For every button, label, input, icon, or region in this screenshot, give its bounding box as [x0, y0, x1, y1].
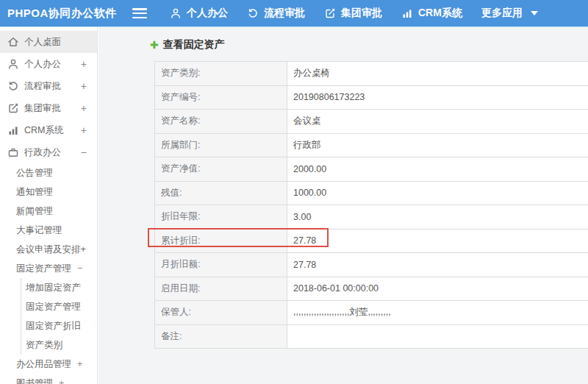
expand-icon[interactable]: +	[81, 97, 87, 119]
main-content: ✚ 查看固定资产 资产类别: 办公桌椅 资产编号: 20190806173223…	[98, 27, 588, 384]
nav-item-集团审批[interactable]: 集团审批	[324, 7, 382, 20]
field-label: 折旧年限:	[155, 205, 287, 229]
sidebar-item-会议申请及安排+[interactable]: 会议申请及安排+	[0, 240, 97, 259]
collapse-icon[interactable]: −	[81, 141, 87, 163]
sidebar-item-label: 资产类别	[26, 339, 62, 352]
sidebar-item-label: 增加固定资产	[26, 282, 81, 294]
sidebar-item-label: 会议申请及安排+	[16, 243, 86, 256]
asset-detail-table: 资产类别: 办公桌椅 资产编号: 20190806173223 资产名称: 会议…	[154, 61, 588, 349]
table-row: 资产名称: 会议桌	[155, 110, 588, 134]
user-icon	[170, 7, 182, 19]
field-label: 残值:	[155, 182, 287, 205]
page-title-text: 查看固定资产	[163, 38, 225, 51]
field-value: 3.00	[287, 205, 588, 229]
sidebar-item-固定资产折旧[interactable]: 固定资产折旧	[21, 316, 97, 335]
table-row: 资产净值: 2000.00	[155, 157, 588, 182]
home-icon	[7, 36, 19, 48]
field-value: 行政部	[287, 134, 588, 157]
sidebar-item-label: 图书管理	[16, 377, 53, 384]
field-label: 保管人:	[155, 301, 287, 324]
sidebar-item-新闻管理[interactable]: 新闻管理	[0, 202, 97, 221]
user-icon	[7, 58, 19, 70]
app-window: PHPOA协同办公软件 个人办公 流程审批 集团审批 CRM系统 更多应用 个人…	[0, 0, 588, 384]
field-value: 2000.00	[287, 157, 588, 181]
sidebar-item-label: 集团审批	[24, 102, 61, 115]
sidebar-item-个人桌面[interactable]: 个人桌面	[0, 31, 97, 53]
app-logo[interactable]: PHPOA协同办公软件	[0, 7, 131, 21]
field-label: 累计折旧:	[155, 230, 287, 253]
sidebar-item-固定资产管理[interactable]: 固定资产管理 −	[0, 259, 97, 278]
field-value: 1000.00	[287, 182, 588, 205]
sidebar-item-label: 个人桌面	[24, 36, 61, 49]
table-row: 资产类别: 办公桌椅	[155, 62, 588, 86]
sidebar-item-label: CRM系统	[24, 124, 63, 137]
nav-item-label: CRM系统	[418, 7, 462, 20]
field-value	[287, 325, 588, 349]
hamburger-menu-icon[interactable]	[132, 8, 147, 18]
field-label: 资产净值:	[155, 157, 287, 181]
sidebar-item-流程审批[interactable]: 流程审批 +	[0, 75, 97, 97]
sidebar-item-增加固定资产[interactable]: 增加固定资产	[21, 278, 97, 297]
sidebar-item-集团审批[interactable]: 集团审批 +	[0, 97, 97, 119]
expand-icon[interactable]: +	[81, 75, 87, 97]
caret-down-icon	[531, 11, 538, 15]
field-label: 启用日期:	[155, 277, 287, 301]
sidebar-item-个人办公[interactable]: 个人办公 +	[0, 53, 97, 75]
field-label: 所属部门:	[155, 134, 287, 157]
field-value: 27.78	[287, 230, 588, 253]
sidebar: 个人桌面 个人办公 + 流程审批 + 集团审批 + CRM系统 + 行政办公 −…	[0, 27, 98, 384]
field-label: 资产编号:	[155, 86, 287, 110]
sidebar-item-公告管理[interactable]: 公告管理	[0, 163, 97, 182]
plus-icon: ✚	[150, 39, 159, 51]
sidebar-item-label: 固定资产管理	[16, 263, 71, 275]
sidebar-item-行政办公[interactable]: 行政办公 −	[0, 141, 97, 163]
table-row: 月折旧额: 27.78	[155, 253, 588, 277]
nav-item-更多应用[interactable]: 更多应用	[481, 7, 538, 20]
nav-item-label: 个人办公	[187, 7, 228, 20]
expand-icon[interactable]: +	[77, 359, 82, 369]
table-row: 折旧年限: 3.00	[155, 205, 588, 230]
briefcase-icon	[7, 146, 19, 158]
sidebar-item-label: 固定资产折旧	[26, 320, 81, 333]
sidebar-item-资产类别[interactable]: 资产类别	[21, 335, 97, 355]
sidebar-item-固定资产管理[interactable]: 固定资产管理	[21, 297, 97, 316]
expand-icon[interactable]: +	[81, 53, 87, 75]
sidebar-item-label: 通知管理	[16, 186, 53, 199]
sidebar-item-办公用品管理[interactable]: 办公用品管理 +	[0, 355, 97, 374]
nav-item-label: 更多应用	[481, 7, 523, 20]
sidebar-item-通知管理[interactable]: 通知管理	[0, 182, 97, 202]
table-row: 残值: 1000.00	[155, 182, 588, 206]
expand-icon[interactable]: +	[81, 119, 87, 141]
sidebar-item-label: 公告管理	[16, 167, 53, 179]
history-icon	[247, 7, 259, 19]
sidebar-item-CRM系统[interactable]: CRM系统 +	[0, 119, 97, 141]
sidebar-item-大事记管理[interactable]: 大事记管理	[0, 221, 97, 240]
field-value: 办公桌椅	[287, 62, 588, 85]
sidebar-item-label: 个人办公	[24, 58, 61, 71]
collapse-icon[interactable]: −	[77, 263, 82, 274]
field-value: ,,,,,,,,,,,,,,,,,,,,,,刘莹,,,,,,,,,	[287, 301, 588, 324]
nav-item-个人办公[interactable]: 个人办公	[170, 7, 228, 20]
field-label: 资产名称:	[155, 110, 287, 133]
sidebar-item-label: 流程审批	[24, 80, 61, 93]
chart-icon	[7, 124, 19, 136]
field-label: 备注:	[155, 325, 287, 349]
table-row: 资产编号: 20190806173223	[155, 86, 588, 110]
nav-item-流程审批[interactable]: 流程审批	[247, 7, 305, 20]
table-row: 保管人: ,,,,,,,,,,,,,,,,,,,,,,刘莹,,,,,,,,,	[155, 301, 588, 325]
sidebar-item-图书管理[interactable]: 图书管理 +	[0, 374, 97, 384]
nav-item-label: 流程审批	[264, 7, 305, 20]
nav-item-CRM系统[interactable]: CRM系统	[401, 7, 462, 20]
edit-icon	[7, 102, 19, 114]
edit-icon	[324, 7, 336, 19]
top-nav-items: 个人办公 流程审批 集团审批 CRM系统 更多应用	[160, 7, 548, 20]
nav-item-label: 集团审批	[341, 7, 382, 20]
expand-icon[interactable]: +	[59, 378, 64, 384]
page-title: ✚ 查看固定资产	[150, 38, 225, 51]
top-navbar: PHPOA协同办公软件 个人办公 流程审批 集团审批 CRM系统 更多应用	[0, 0, 588, 27]
field-label: 资产类别:	[155, 62, 287, 85]
table-row: 备注:	[155, 325, 588, 349]
sidebar-item-label: 固定资产管理	[26, 301, 81, 313]
field-value: 会议桌	[287, 110, 588, 133]
field-value: 2018-06-01 00:00:00	[287, 277, 588, 301]
